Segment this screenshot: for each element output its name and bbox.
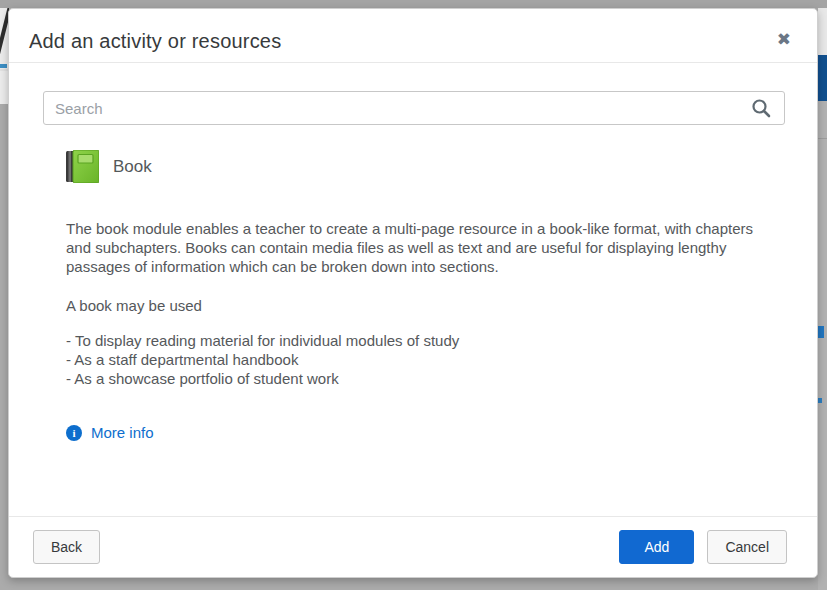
module-use-item: - As a showcase portfolio of student wor… xyxy=(66,369,775,388)
book-icon xyxy=(66,150,99,183)
modal-title: Add an activity or resources xyxy=(29,23,281,53)
module-description: The book module enables a teacher to cre… xyxy=(66,219,775,276)
cancel-button[interactable]: Cancel xyxy=(707,530,787,564)
page-header-fragment xyxy=(818,8,827,55)
modal-body: Book The book module enables a teacher t… xyxy=(9,63,817,441)
page-icon-fragment xyxy=(818,326,824,338)
add-button[interactable]: Add xyxy=(619,530,694,564)
modal-header: Add an activity or resources ✖ xyxy=(9,9,817,63)
module-details: Book The book module enables a teacher t… xyxy=(43,150,785,441)
page-backdrop-right xyxy=(818,8,827,590)
module-use-list: - To display reading material for indivi… xyxy=(66,331,775,388)
add-activity-modal: Add an activity or resources ✖ xyxy=(8,8,818,578)
back-button[interactable]: Back xyxy=(33,530,100,564)
info-icon: i xyxy=(66,425,82,441)
module-description-intro: A book may be used xyxy=(66,296,775,315)
more-info-link[interactable]: i More info xyxy=(66,424,154,441)
search-icon[interactable] xyxy=(751,98,771,118)
module-name: Book xyxy=(113,157,152,177)
page-line-fragment xyxy=(818,138,827,139)
module-header: Book xyxy=(66,150,775,183)
close-icon[interactable]: ✖ xyxy=(773,23,795,56)
module-use-item: - As a staff departmental handbook xyxy=(66,350,775,369)
search-input[interactable] xyxy=(43,91,785,125)
page-link-fragment xyxy=(0,64,7,68)
module-use-item: - To display reading material for indivi… xyxy=(66,331,775,350)
more-info-label: More info xyxy=(91,424,154,441)
modal-footer: Back Add Cancel xyxy=(9,516,817,577)
search-wrap xyxy=(43,91,785,125)
page-button-fragment xyxy=(818,55,827,101)
page-backdrop-top xyxy=(0,0,827,8)
page-icon-fragment xyxy=(818,398,822,403)
